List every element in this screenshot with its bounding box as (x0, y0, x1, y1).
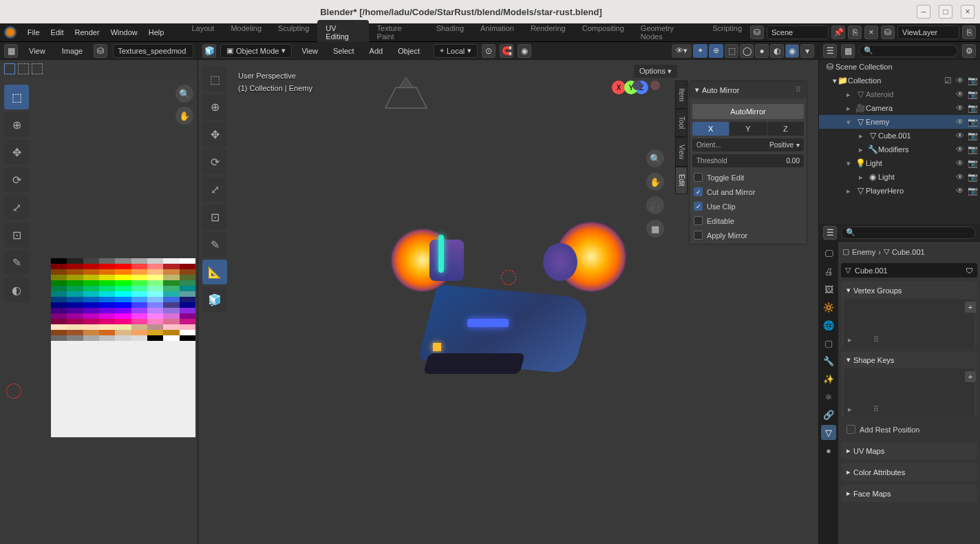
tool-measure-3d[interactable]: 📐 (202, 260, 227, 284)
disclosure-icon[interactable]: ▸ (859, 132, 867, 140)
tab-compositing[interactable]: Compositing (574, 20, 632, 45)
scene-new-icon[interactable]: ⎘ (848, 25, 862, 39)
tab-geometry-nodes[interactable]: Geometry Nodes (632, 20, 704, 45)
cut-mirror-checkbox[interactable]: ✓Cut and Mirror (692, 185, 804, 199)
editor-type-icon[interactable]: ▦ (4, 44, 18, 58)
eye-icon[interactable]: 👁 (955, 90, 965, 99)
eye-icon[interactable]: 👁 (955, 76, 965, 85)
list-expand-icon[interactable]: ▸ ⠿ (848, 335, 879, 344)
outliner-item[interactable]: ▸▽Cube.001👁📷 (819, 129, 980, 143)
vertex-groups-list[interactable]: + ▸ ⠿ (844, 299, 974, 347)
menu-edit[interactable]: Edit (45, 25, 70, 39)
npanel-tab-view[interactable]: View (675, 137, 688, 167)
tool-scale-3d[interactable]: ⤢ (202, 177, 227, 202)
tab-shading[interactable]: Shading (428, 20, 472, 45)
ptab-scene-icon[interactable]: 🔆 (821, 300, 836, 315)
panel-drag-icon[interactable]: ⠿ (796, 85, 801, 94)
tool-rotate-3d[interactable]: ⟳ (202, 149, 227, 174)
snap-icon[interactable]: 🧲 (500, 44, 513, 58)
add-vertex-group-button[interactable]: + (965, 302, 976, 313)
vertex-groups-header[interactable]: ▾Vertex Groups (841, 282, 977, 299)
proportional-icon[interactable]: ◉ (518, 44, 531, 58)
maximize-button[interactable]: □ (939, 5, 952, 19)
disclosure-icon[interactable]: ▸ (846, 104, 855, 113)
datablock-name-field[interactable]: ▽ Cube.001 🛡 (841, 263, 977, 278)
tool-transform[interactable]: ⊡ (4, 222, 29, 247)
axis-x-button[interactable]: X (692, 122, 729, 136)
eye-icon[interactable]: 👁 (955, 172, 965, 182)
render-icon[interactable]: 📷 (968, 117, 977, 127)
tool-move[interactable]: ✥ (4, 140, 29, 165)
viewlayer-browse-icon[interactable]: ⛁ (881, 25, 895, 39)
xray-icon[interactable]: ⬚ (725, 44, 738, 58)
auto-mirror-execute-button[interactable]: AutoMirror (692, 104, 804, 119)
uv-menu-view[interactable]: View (23, 44, 51, 58)
outliner-item[interactable]: ▸◉Light👁📷 (819, 170, 980, 184)
add-rest-position-checkbox[interactable]: Add Rest Position (841, 421, 977, 438)
tool-annotate[interactable]: ✎ (4, 250, 29, 275)
add-shape-key-button[interactable]: + (965, 371, 976, 382)
render-icon[interactable]: 📷 (968, 76, 977, 85)
uv-zoom-icon[interactable]: 🔍 (175, 85, 193, 103)
axis-y-button[interactable]: Y (729, 122, 766, 136)
viewlayer-name-input[interactable] (897, 25, 959, 39)
menu-window[interactable]: Window (105, 25, 143, 39)
editable-checkbox[interactable]: Editable (692, 213, 804, 228)
vp-menu-object[interactable]: Object (392, 44, 425, 58)
shading-wire-icon[interactable]: ◯ (740, 44, 754, 58)
uv-pan-icon[interactable]: ✋ (175, 107, 193, 125)
outliner-item[interactable]: ▸▽PlayerHero👁📷 (819, 184, 980, 198)
ptab-data-icon[interactable]: ▽ (821, 425, 836, 440)
properties-search-input[interactable]: 🔍 (841, 227, 976, 239)
outliner-display-icon[interactable]: ▦ (841, 44, 855, 58)
eye-icon[interactable]: 👁 (955, 186, 965, 196)
outliner-item[interactable]: ▾▽Enemy👁📷 (819, 115, 980, 129)
tab-rendering[interactable]: Rendering (522, 20, 574, 45)
uv-maps-header[interactable]: ▸UV Maps (841, 442, 977, 459)
tool-select-box-3d[interactable]: ⬚ (202, 67, 227, 92)
face-maps-header[interactable]: ▸Face Maps (841, 485, 977, 502)
tab-uv-editing[interactable]: UV Editing (317, 20, 368, 45)
outliner-collection[interactable]: ▾ 📁 Collection ☑👁📷 (819, 74, 980, 87)
menu-help[interactable]: Help (143, 25, 170, 39)
orient-field[interactable]: Orient... Positive ▾ (692, 138, 804, 151)
shield-icon[interactable]: 🛡 (966, 266, 973, 275)
eye-icon[interactable]: 👁 (955, 103, 965, 113)
tab-scripting[interactable]: Scripting (704, 20, 750, 45)
shading-rendered-icon[interactable]: ◉ (785, 44, 799, 58)
outliner-search-input[interactable]: 🔍 (859, 45, 958, 57)
toggle-edit-checkbox[interactable]: Toggle Edit (692, 170, 804, 185)
npanel-tab-tool[interactable]: Tool (675, 109, 688, 136)
checkbox-icon[interactable]: ☑ (943, 76, 952, 85)
shading-dropdown-icon[interactable]: ▾ (800, 44, 814, 58)
tab-animation[interactable]: Animation (472, 20, 522, 45)
tool-move-3d[interactable]: ✥ (202, 122, 227, 147)
disclosure-icon[interactable]: ▸ (846, 90, 855, 99)
eye-icon[interactable]: 👁 (955, 117, 965, 127)
tool-cursor[interactable]: ⊕ (4, 112, 29, 137)
outliner-item[interactable]: ▾💡Light👁📷 (819, 156, 980, 170)
viewlayer-new-icon[interactable]: ⎘ (962, 25, 976, 39)
tool-scale[interactable]: ⤢ (4, 195, 29, 220)
shading-solid-icon[interactable]: ● (755, 44, 769, 58)
render-icon[interactable]: 📷 (968, 131, 977, 140)
ptab-constraints-icon[interactable]: 🔗 (821, 407, 836, 422)
menu-file[interactable]: File (22, 25, 45, 39)
ptab-viewlayer-icon[interactable]: 🖼 (821, 282, 836, 297)
tool-cursor-3d[interactable]: ⊕ (202, 94, 227, 119)
gizmo-toggle-icon[interactable]: ✦ (693, 44, 707, 58)
scene-pin-icon[interactable]: 📌 (831, 25, 845, 39)
uv-image-texture[interactable] (51, 258, 195, 437)
image-browse-icon[interactable]: ⛁ (94, 44, 107, 58)
scene-browse-icon[interactable]: ⛁ (750, 25, 764, 39)
3d-cursor-icon[interactable] (501, 270, 516, 285)
mode-selector[interactable]: ▣ Object Mode ▾ (220, 44, 292, 58)
outliner-item[interactable]: ▸▽Asteroid👁📷 (819, 87, 980, 101)
properties-breadcrumb[interactable]: ▢ Enemy › ▽ Cube.001 (841, 244, 977, 259)
axis-z-button[interactable]: Z (767, 122, 804, 136)
overlay-toggle-icon[interactable]: ⊕ (709, 44, 723, 58)
shape-keys-list[interactable]: + ▸ ⠿ (844, 368, 974, 417)
vp-pan-icon[interactable]: ✋ (646, 173, 664, 191)
use-clip-checkbox[interactable]: ✓Use Clip (692, 199, 804, 213)
tab-texture-paint[interactable]: Texture Paint (369, 20, 428, 45)
